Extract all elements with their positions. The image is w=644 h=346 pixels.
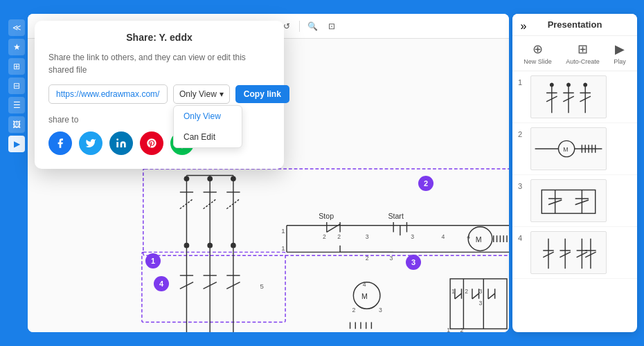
svg-text:Stop: Stop — [319, 212, 334, 220]
new-slide-icon: ⊕ — [533, 42, 543, 57]
svg-point-12 — [207, 176, 213, 182]
svg-point-99 — [583, 83, 587, 87]
dropdown-arrow-icon: ▾ — [220, 89, 224, 99]
svg-text:3: 3 — [379, 307, 382, 313]
svg-line-83 — [472, 293, 479, 299]
circuit-label-1: 1 — [145, 253, 161, 268]
svg-point-11 — [184, 176, 190, 182]
svg-point-98 — [566, 83, 571, 87]
dropdown-selected-label: Only View — [179, 89, 217, 99]
link-row: Only View ▾ Only View Can Edit Copy link — [48, 84, 270, 104]
sidebar-minus-icon[interactable]: ⊟ — [8, 78, 25, 94]
svg-text:2: 2 — [366, 255, 369, 262]
svg-text:3: 3 — [366, 233, 369, 240]
panel-title: Presentation — [521, 19, 629, 30]
slide-item-1[interactable]: 1 — [512, 71, 637, 123]
view-mode-dropdown[interactable]: Only View ▾ — [173, 84, 230, 104]
dropdown-menu: Only View Can Edit — [173, 105, 242, 148]
pinterest-share-icon[interactable] — [140, 131, 163, 155]
sidebar-shapes-icon[interactable]: ★ — [8, 39, 25, 55]
slide-item-3[interactable]: 3 — [512, 175, 637, 227]
svg-text:3: 3 — [411, 233, 414, 240]
circuit-label-2: 2 — [418, 176, 433, 191]
svg-text:2: 2 — [352, 307, 355, 313]
svg-text:Start: Start — [388, 212, 403, 220]
share-link-input[interactable] — [48, 84, 168, 104]
panel-toolbar: ⊕ New Slide ⊞ Auto-Create ▶ Play — [512, 36, 637, 71]
auto-create-label: Auto-Create — [566, 58, 600, 65]
svg-text:4: 4 — [363, 281, 366, 288]
new-slide-tool[interactable]: ⊕ New Slide — [524, 42, 552, 65]
view-mode-dropdown-wrapper: Only View ▾ Only View Can Edit — [173, 84, 230, 104]
sidebar-image-icon[interactable]: 🖼 — [8, 116, 25, 133]
svg-text:M: M — [361, 292, 368, 300]
sidebar-list-icon[interactable]: ☰ — [8, 97, 25, 113]
svg-text:1: 1 — [447, 327, 450, 332]
toolbar-select-icon[interactable]: ⊡ — [323, 18, 340, 35]
play-tool[interactable]: ▶ Play — [614, 42, 626, 65]
svg-text:3: 3 — [479, 288, 483, 295]
slide-item-2[interactable]: 2 M — [512, 123, 637, 175]
svg-line-80 — [455, 293, 462, 299]
svg-text:1: 1 — [281, 227, 285, 235]
slide-item-4[interactable]: 4 — [512, 227, 637, 279]
slide-thumb-3 — [530, 179, 607, 222]
svg-text:4: 4 — [467, 233, 470, 240]
svg-point-128 — [116, 138, 118, 140]
svg-point-15 — [207, 243, 213, 248]
right-panel: » Presentation ⊕ New Slide ⊞ Auto-Create… — [512, 14, 637, 332]
sidebar-collapse-icon[interactable]: ≪ — [8, 19, 25, 36]
circuit-label-3: 3 — [406, 255, 421, 270]
auto-create-icon: ⊞ — [578, 42, 588, 57]
copy-link-button[interactable]: Copy link — [235, 85, 289, 103]
slide-num-3: 3 — [518, 182, 526, 190]
svg-text:5: 5 — [260, 282, 263, 290]
panel-expand-icon[interactable]: » — [517, 19, 530, 33]
slide-thumb-4 — [530, 231, 607, 274]
play-icon: ▶ — [615, 42, 625, 57]
svg-point-97 — [550, 83, 554, 87]
svg-text:2: 2 — [465, 288, 468, 295]
svg-point-14 — [184, 243, 190, 248]
left-sidebar: ≪ ★ ⊞ ⊟ ☰ 🖼 ▶ — [7, 14, 26, 332]
slide-thumb-1 — [530, 75, 607, 118]
dropdown-item-only-view[interactable]: Only View — [174, 106, 242, 127]
new-slide-label: New Slide — [524, 58, 552, 65]
dropdown-item-can-edit[interactable]: Can Edit — [174, 127, 242, 147]
modal-description: Share the link to others, and they can v… — [48, 51, 270, 76]
svg-rect-109 — [542, 190, 595, 214]
svg-text:3: 3 — [479, 300, 483, 307]
slide-num-2: 2 — [518, 130, 526, 138]
toolbar-zoom-icon[interactable]: 🔍 — [304, 18, 321, 35]
modal-title: Share: Y. eddx — [48, 32, 270, 43]
sidebar-grid-icon[interactable]: ⊞ — [8, 58, 25, 75]
share-modal: Share: Y. eddx Share the link to others,… — [35, 21, 284, 169]
svg-text:2: 2 — [460, 327, 464, 332]
svg-text:2: 2 — [337, 233, 341, 240]
svg-text:1: 1 — [281, 244, 285, 252]
facebook-share-icon[interactable] — [48, 131, 72, 155]
svg-text:3: 3 — [389, 255, 393, 262]
svg-text:M: M — [476, 235, 482, 244]
slide-num-4: 4 — [518, 234, 526, 242]
slide-num-1: 1 — [518, 78, 526, 86]
linkedin-share-icon[interactable] — [109, 131, 133, 155]
toolbar-separator-3 — [299, 21, 300, 32]
svg-text:2: 2 — [323, 233, 326, 240]
play-label: Play — [614, 58, 626, 65]
svg-text:4: 4 — [442, 233, 445, 240]
auto-create-tool[interactable]: ⊞ Auto-Create — [566, 42, 600, 65]
slide-list: 1 2 — [512, 71, 637, 320]
sidebar-play-icon[interactable]: ▶ — [8, 136, 25, 152]
twitter-share-icon[interactable] — [79, 131, 102, 155]
svg-point-16 — [231, 243, 236, 248]
svg-line-86 — [488, 293, 495, 299]
slide-thumb-2: M — [530, 127, 607, 170]
svg-text:M: M — [563, 146, 568, 153]
circuit-label-4: 4 — [154, 276, 169, 291]
panel-header: » Presentation — [512, 14, 637, 36]
svg-point-13 — [231, 176, 236, 182]
